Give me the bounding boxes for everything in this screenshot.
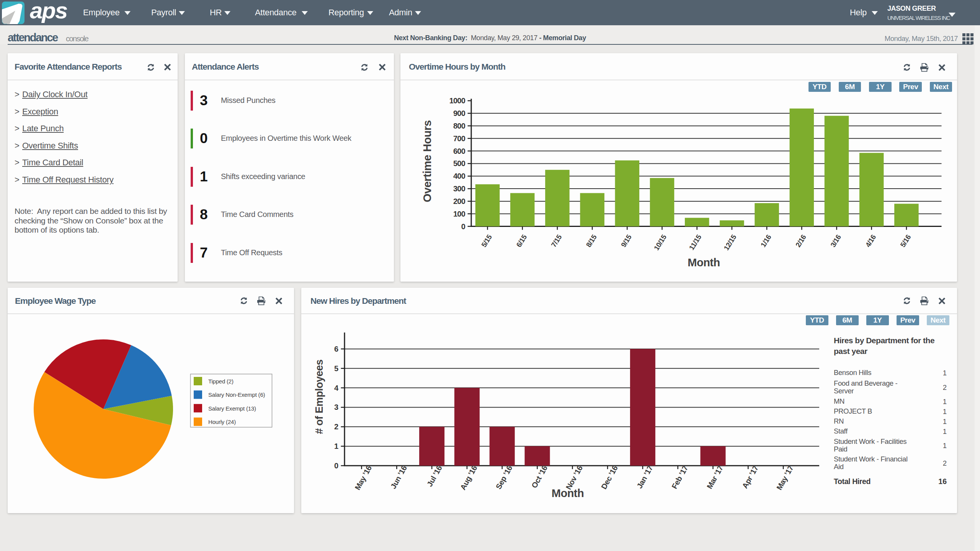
svg-text:1: 1 <box>334 442 338 450</box>
svg-text:Dec ’16: Dec ’16 <box>599 464 619 491</box>
svg-text:4/16: 4/16 <box>864 233 877 248</box>
svg-text:6: 6 <box>334 345 338 353</box>
svg-text:7/15: 7/15 <box>549 233 563 248</box>
svg-text:3: 3 <box>334 403 338 411</box>
svg-text:2: 2 <box>334 422 338 431</box>
svg-text:5/16: 5/16 <box>898 233 912 248</box>
svg-text:Mar ’17: Mar ’17 <box>705 464 725 490</box>
svg-text:Oct ’16: Oct ’16 <box>530 464 549 489</box>
svg-text:Jul ’16: Jul ’16 <box>425 464 444 488</box>
svg-text:5/15: 5/15 <box>480 233 493 248</box>
svg-text:Hourly (24): Hourly (24) <box>208 419 236 425</box>
svg-text:0: 0 <box>461 222 465 231</box>
svg-text:Tipped (2): Tipped (2) <box>208 378 234 385</box>
svg-text:2/16: 2/16 <box>794 233 807 248</box>
svg-text:Jun ’16: Jun ’16 <box>389 464 408 490</box>
svg-text:3/16: 3/16 <box>829 233 843 248</box>
svg-text:12/15: 12/15 <box>722 233 738 251</box>
svg-text:400: 400 <box>453 172 466 180</box>
svg-text:Apr ’17: Apr ’17 <box>740 464 760 490</box>
svg-text:9/15: 9/15 <box>619 233 633 248</box>
svg-text:Feb ’17: Feb ’17 <box>670 464 689 490</box>
svg-text:900: 900 <box>453 109 466 117</box>
svg-text:Jan ’17: Jan ’17 <box>635 464 655 490</box>
svg-text:Month: Month <box>688 256 720 269</box>
svg-text:Overtime Hours: Overtime Hours <box>421 120 433 202</box>
svg-text:11/15: 11/15 <box>687 233 703 251</box>
svg-text:300: 300 <box>453 184 466 193</box>
svg-text:Aug ’16: Aug ’16 <box>459 464 479 491</box>
svg-text:Salary Non-Exempt (6): Salary Non-Exempt (6) <box>208 391 265 398</box>
svg-text:Month: Month <box>552 487 584 499</box>
svg-text:600: 600 <box>453 147 466 155</box>
svg-text:100: 100 <box>453 210 466 218</box>
svg-text:May ’16: May ’16 <box>353 464 373 491</box>
svg-text:6/15: 6/15 <box>514 233 528 248</box>
svg-text:500: 500 <box>453 159 466 168</box>
svg-text:May ’17: May ’17 <box>775 464 795 491</box>
svg-text:4: 4 <box>334 384 339 392</box>
svg-text:# of Employees: # of Employees <box>313 359 325 434</box>
svg-text:10/15: 10/15 <box>652 233 668 251</box>
svg-text:1000: 1000 <box>449 96 465 105</box>
svg-text:Salary Exempt (13): Salary Exempt (13) <box>208 405 256 412</box>
svg-text:1/16: 1/16 <box>759 233 773 248</box>
svg-text:700: 700 <box>453 134 466 143</box>
svg-text:8/15: 8/15 <box>584 233 598 248</box>
svg-text:5: 5 <box>334 364 338 373</box>
svg-text:0: 0 <box>334 461 338 470</box>
svg-text:Sep ’16: Sep ’16 <box>494 464 514 491</box>
svg-text:800: 800 <box>453 122 466 130</box>
svg-text:200: 200 <box>453 197 466 205</box>
